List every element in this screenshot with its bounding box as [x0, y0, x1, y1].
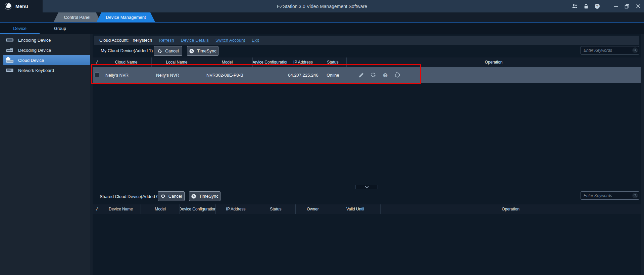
settings-icon[interactable]: [369, 71, 377, 79]
tab-device-management[interactable]: Device Management: [97, 12, 155, 22]
my-col-local-name: Local Name: [152, 57, 202, 67]
my-col-check: √: [93, 57, 101, 67]
cell-ip-address: 64.207.225.246: [287, 67, 319, 83]
my-table-header: √ Cloud Name Local Name Model Device Con…: [93, 57, 641, 67]
subtab-group[interactable]: Group: [40, 23, 81, 34]
device-row-nellys-nvr[interactable]: Nelly's NVR Nelly's NVR NVR302-08E-P8-B …: [93, 67, 641, 83]
app-logo-icon: [4, 2, 12, 10]
cloud-account-username: nellystech: [133, 38, 152, 43]
sidebar-item-cloud-device[interactable]: Cloud Device: [3, 55, 90, 65]
browser-icon[interactable]: e: [382, 71, 389, 79]
cell-cloud-name: Nelly's NVR: [101, 67, 152, 83]
subtab-device[interactable]: Device: [0, 23, 40, 34]
shared-timesync-button[interactable]: TimeSync: [189, 191, 220, 201]
sidebar-item-network-keyboard[interactable]: Network Keyboard: [0, 65, 90, 75]
cloud-account-label: Cloud Account:: [99, 38, 129, 43]
my-col-operation: Operation: [347, 57, 641, 67]
my-timesync-button[interactable]: TimeSync: [187, 46, 218, 56]
window-title: EZStation 3.0 Video Management Software: [0, 0, 644, 12]
clock-icon: [191, 194, 196, 199]
cloud-account-bar: Cloud Account: nellystech Refresh Device…: [94, 36, 639, 45]
device-type-sidebar: Encoding Device Decoding Device: [0, 34, 90, 275]
menu-button[interactable]: Menu: [0, 0, 43, 12]
my-col-model: Model: [202, 57, 253, 67]
shared-col-operation: Operation: [381, 204, 641, 214]
shared-col-ip-address: IP Address: [216, 204, 256, 214]
encoding-device-icon: [5, 37, 14, 43]
edit-icon[interactable]: [357, 71, 365, 79]
restore-icon[interactable]: [623, 2, 631, 10]
cloud-device-icon: [5, 57, 14, 63]
shared-col-check: √: [93, 204, 101, 214]
close-icon[interactable]: [634, 2, 642, 10]
row-checkbox[interactable]: [95, 73, 99, 77]
collapse-section-button[interactable]: [355, 185, 378, 189]
clock-icon: [189, 48, 194, 54]
restart-icon[interactable]: [394, 71, 401, 79]
shared-col-device-configuration: Device Configuration: [180, 204, 216, 214]
cell-device-configuration: [253, 67, 287, 83]
shared-col-valid-until: Valid Until: [330, 204, 381, 214]
shared-search-icon[interactable]: [632, 193, 638, 198]
my-col-ip-address: IP Address: [287, 57, 319, 67]
app-window: EZStation 3.0 Video Management Software …: [0, 0, 644, 275]
lock-icon[interactable]: [582, 2, 590, 10]
my-cancel-button[interactable]: Cancel: [154, 46, 182, 56]
exit-link[interactable]: Exit: [252, 38, 259, 43]
decoding-device-icon: [5, 47, 14, 53]
my-search-icon[interactable]: [632, 47, 638, 53]
my-cloud-device-title: My Cloud Device(Added 1): [101, 48, 153, 53]
cell-local-name: Nelly's NVR: [152, 67, 202, 83]
my-col-device-configuration: Device Configuration: [253, 57, 287, 67]
my-col-status: Status: [319, 57, 347, 67]
switch-account-link[interactable]: Switch Account: [215, 38, 245, 43]
title-bar: EZStation 3.0 Video Management Software …: [0, 0, 644, 12]
refresh-link[interactable]: Refresh: [159, 38, 174, 43]
help-icon[interactable]: ?: [593, 2, 601, 10]
shared-col-owner: Owner: [296, 204, 330, 214]
chevron-down-icon: [364, 186, 369, 189]
sidebar-item-decoding-device[interactable]: Decoding Device: [0, 45, 90, 55]
menu-label: Menu: [15, 4, 28, 9]
operation-cell: e: [347, 71, 401, 79]
shared-cancel-button[interactable]: Cancel: [158, 191, 185, 201]
cell-model: NVR302-08E-P8-B: [202, 67, 253, 83]
network-keyboard-icon: [5, 67, 14, 73]
subtab-bar: Device Group: [0, 23, 644, 34]
shared-col-model: Model: [141, 204, 180, 214]
svg-text:?: ?: [596, 4, 598, 8]
shared-table-header: √ Device Name Model Device Configuration…: [93, 204, 641, 214]
gear-arrows-icon: [160, 194, 166, 199]
tab-accent-line: [0, 22, 644, 23]
shared-col-device-name: Device Name: [101, 204, 141, 214]
device-details-link[interactable]: Device Details: [181, 38, 209, 43]
shared-search-input[interactable]: [581, 191, 639, 200]
cell-status: Online: [319, 67, 347, 83]
sidebar-item-encoding-device[interactable]: Encoding Device: [0, 35, 90, 45]
minimize-icon[interactable]: [612, 2, 620, 10]
my-col-cloud-name: Cloud Name: [101, 57, 152, 67]
tab-control-panel[interactable]: Control Panel: [54, 12, 101, 22]
user-management-icon[interactable]: [571, 2, 579, 10]
my-search-input[interactable]: [581, 46, 639, 54]
shared-col-status: Status: [256, 204, 296, 214]
gear-arrows-icon: [157, 48, 162, 54]
shared-cloud-device-title: Shared Cloud Device(Added 0): [100, 194, 160, 199]
